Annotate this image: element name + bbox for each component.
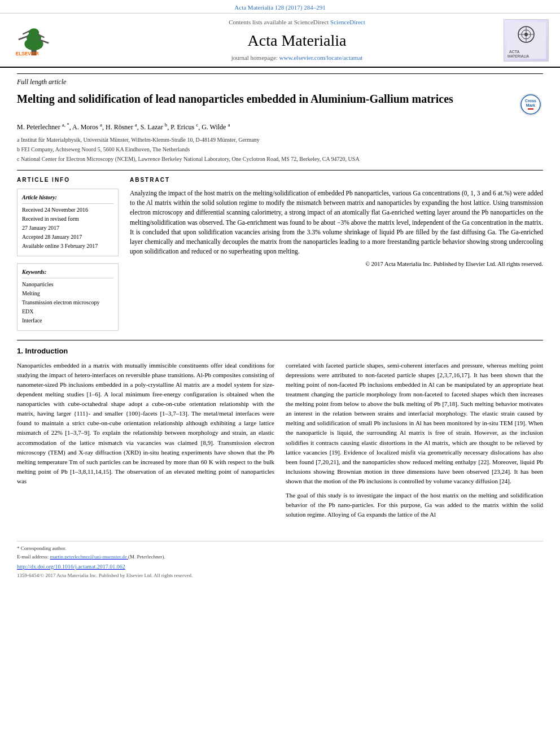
journal-header-left: ELSEVIER (11, 23, 102, 57)
intro-two-col: Nanoparticles embedded in a matrix with … (17, 361, 543, 524)
right-column: ABSTRACT Analyzing the impact of the hos… (130, 176, 543, 331)
doi-anchor[interactable]: http://dx.doi.org/10.1016/j.actamat.2017… (17, 563, 125, 570)
received-date: Received 24 November 2016 (22, 206, 113, 214)
affiliation-c: c National Center for Electron Microscop… (17, 155, 543, 163)
author-email-link[interactable]: martin.peterlechner@uni-muenster.de (50, 554, 128, 560)
left-column: ARTICLE INFO Article history: Received 2… (17, 176, 119, 331)
svg-text:Mark: Mark (526, 103, 535, 107)
article-history-title: Article history: (22, 194, 113, 204)
journal-header-center: Contents lists available at ScienceDirec… (102, 18, 492, 62)
page-wrapper: Acta Materialia 128 (2017) 284–291 ELSEV… (0, 0, 560, 591)
article-title-row: Melting and solidification of lead nanop… (17, 91, 543, 117)
svg-text:ELSEVIER: ELSEVIER (16, 51, 39, 57)
abstract-heading: ABSTRACT (130, 176, 543, 184)
journal-header: ELSEVIER Contents lists available at Sci… (0, 14, 560, 68)
abstract-copyright: © 2017 Acta Materialia Inc. Published by… (130, 260, 543, 269)
accepted-date: Accepted 28 January 2017 (22, 233, 113, 241)
affiliation-a: a Institut für Materialphysik, Universit… (17, 136, 543, 144)
elsevier-logo: ELSEVIER (11, 23, 102, 57)
svg-text:ACTA: ACTA (509, 50, 519, 54)
journal-volume-info: Acta Materialia 128 (2017) 284–291 (234, 4, 325, 11)
article-info-heading: ARTICLE INFO (17, 176, 119, 184)
doi-link: http://dx.doi.org/10.1016/j.actamat.2017… (17, 563, 543, 571)
intro-para-1: Nanoparticles embedded in a matrix with … (17, 361, 274, 486)
keywords-title: Keywords: (22, 268, 113, 278)
affiliation-b: b FEI Company, Achtseweg Noord 5, 5600 K… (17, 145, 543, 154)
journal-title: Acta Materialia (102, 29, 492, 51)
available-date: Available online 3 February 2017 (22, 242, 113, 250)
svg-point-3 (29, 29, 39, 37)
footer-issn: 1359-6454/© 2017 Acta Materialia Inc. Pu… (17, 572, 543, 579)
revised-label: Received in revised form (22, 215, 113, 223)
intro-title: 1. Introduction (17, 346, 543, 356)
crossmark-icon: Cross Mark (519, 93, 542, 116)
journal-homepage-line: journal homepage: www.elsevier.com/locat… (102, 54, 492, 62)
acta-logo-icon: ACTA MATERIALIA (506, 22, 546, 59)
revised-date: 27 January 2017 (22, 224, 113, 232)
intro-left-col: Nanoparticles embedded in a matrix with … (17, 361, 274, 524)
keyword-4: EDX (22, 308, 113, 316)
introduction-section: 1. Introduction Nanoparticles embedded i… (17, 340, 543, 524)
svg-rect-21 (528, 108, 533, 110)
intro-para-3: The goal of this study is to investigate… (286, 491, 543, 519)
keyword-5: Interface (22, 317, 113, 325)
keywords-box: Keywords: Nanoparticles Melting Transmis… (17, 263, 119, 331)
article-content: Full length article Melting and solidifi… (0, 68, 560, 590)
intro-right-col: correlated with faceted particle shapes,… (286, 361, 543, 524)
intro-para-2: correlated with faceted particle shapes,… (286, 361, 543, 486)
article-footer: * Corresponding author. E-mail address: … (17, 541, 543, 579)
svg-text:Cross: Cross (525, 99, 536, 103)
email-note: E-mail address: martin.peterlechner@uni-… (17, 553, 543, 561)
authors-line: M. Peterlechner a, *, A. Moros a, H. Rös… (17, 121, 543, 132)
journal-homepage-link[interactable]: www.elsevier.com/locate/actamat (279, 54, 363, 61)
keyword-1: Nanoparticles (22, 281, 113, 289)
affiliations: a Institut für Materialphysik, Universit… (17, 136, 543, 163)
sciencedirect-line: Contents lists available at ScienceDirec… (102, 18, 492, 27)
article-title: Melting and solidification of lead nanop… (17, 91, 509, 106)
journal-top-bar: Acta Materialia 128 (2017) 284–291 (0, 0, 560, 14)
svg-text:MATERIALIA: MATERIALIA (508, 54, 530, 58)
elsevier-tree-icon: ELSEVIER (11, 23, 56, 57)
journal-header-right: ACTA MATERIALIA (492, 19, 549, 62)
article-info-box: Article history: Received 24 November 20… (17, 189, 119, 256)
crossmark-badge[interactable]: Cross Mark (518, 91, 543, 117)
keyword-3: Transmission electron microscopy (22, 299, 113, 307)
sciencedirect-link[interactable]: ScienceDirect (330, 19, 365, 25)
article-type: Full length article (17, 73, 543, 87)
abstract-text: Analyzing the impact of the host matrix … (130, 189, 543, 257)
acta-materialia-logo: ACTA MATERIALIA (504, 19, 549, 62)
corresponding-note: * Corresponding author. (17, 545, 543, 552)
article-info-abstract-section: ARTICLE INFO Article history: Received 2… (17, 170, 543, 331)
keyword-2: Melting (22, 290, 113, 298)
